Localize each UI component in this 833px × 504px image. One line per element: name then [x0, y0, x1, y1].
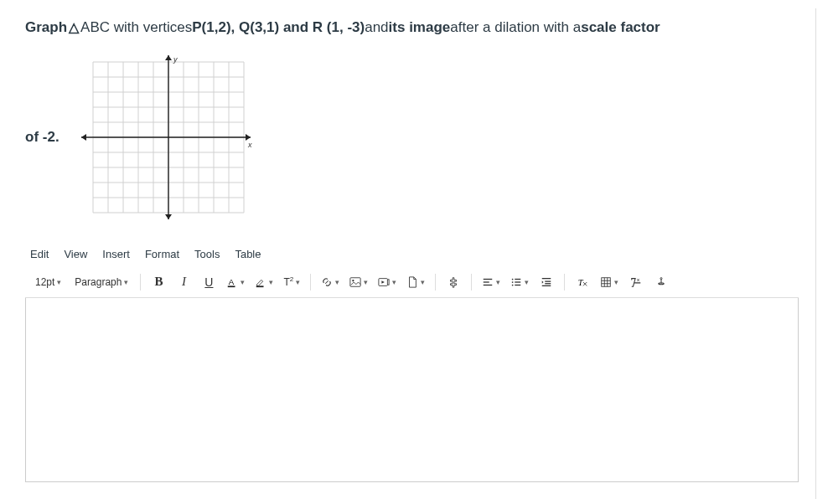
bold-button[interactable]: B	[147, 270, 169, 294]
separator	[140, 274, 141, 291]
separator	[310, 274, 311, 291]
blockformat-dropdown[interactable]: Paragraph▾	[70, 270, 133, 294]
bold-icon: B	[154, 275, 163, 289]
chevron-down-icon: ▾	[335, 278, 339, 286]
of-label: of -2.	[25, 129, 60, 146]
highlight-button[interactable]: ▾	[251, 270, 277, 294]
grid-svg: x y	[76, 54, 252, 221]
link-button[interactable]: ▾	[318, 270, 343, 294]
chevron-down-icon: ▾	[57, 278, 61, 286]
image-icon	[349, 276, 361, 288]
x-axis-label: x	[247, 141, 252, 149]
italic-button[interactable]: I	[173, 270, 194, 294]
fontsize-dropdown[interactable]: 12pt▾	[30, 270, 66, 294]
image-button[interactable]: ▾	[346, 270, 371, 294]
svg-text:x: x	[637, 276, 639, 282]
prompt-text: Graph △ ABC with vertices P(1,2), Q(3,1)…	[25, 17, 799, 39]
svg-rect-29	[228, 285, 235, 287]
svg-marker-25	[81, 134, 86, 141]
svg-point-32	[352, 280, 354, 281]
link-icon	[321, 276, 333, 288]
separator	[435, 274, 436, 291]
svg-marker-27	[165, 214, 172, 219]
chevron-down-icon: ▾	[421, 278, 425, 286]
triangle-symbol: △	[69, 18, 79, 38]
chevron-down-icon: ▾	[364, 278, 368, 286]
table-icon	[600, 276, 612, 288]
prompt-part-image: its image	[389, 17, 451, 39]
editor-toolbar: 12pt▾ Paragraph▾ B I U A▾ ▾ T2▾ ▾	[25, 267, 799, 298]
menu-edit[interactable]: Edit	[30, 248, 49, 260]
apps-button[interactable]	[442, 270, 464, 294]
equation-icon: x	[630, 276, 642, 288]
menu-tools[interactable]: Tools	[194, 248, 220, 260]
question-container: Graph △ ABC with vertices P(1,2), Q(3,1)…	[17, 8, 816, 499]
svg-rect-31	[350, 277, 360, 286]
rich-text-editor: Edit View Insert Format Tools Table 12pt…	[25, 246, 799, 482]
align-icon	[482, 276, 494, 288]
prompt-part-abc: ABC with vertices	[80, 17, 192, 39]
textcolor-button[interactable]: A▾	[223, 270, 248, 294]
chevron-down-icon: ▾	[525, 278, 529, 286]
menu-table[interactable]: Table	[235, 248, 261, 260]
menu-format[interactable]: Format	[145, 248, 179, 260]
italic-icon: I	[182, 275, 186, 289]
separator	[471, 274, 472, 291]
svg-point-39	[512, 284, 514, 285]
table-button[interactable]: ▾	[597, 270, 622, 294]
editor-menubar: Edit View Insert Format Tools Table	[25, 246, 799, 267]
menu-view[interactable]: View	[64, 248, 87, 260]
prompt-part-and: and	[365, 17, 388, 39]
align-button[interactable]: ▾	[479, 270, 504, 294]
svg-rect-50	[602, 277, 611, 286]
chevron-down-icon: ▾	[296, 278, 300, 286]
svg-point-56	[660, 277, 662, 279]
chevron-down-icon: ▾	[614, 278, 618, 286]
fontsize-label: 12pt	[35, 276, 54, 288]
y-axis-label: y	[173, 55, 178, 64]
embed-button[interactable]	[650, 270, 672, 294]
highlight-icon	[255, 276, 266, 288]
chevron-down-icon: ▾	[269, 278, 273, 286]
prompt-part-scale: scale factor	[581, 17, 660, 39]
editor-textarea[interactable]	[25, 298, 799, 482]
blockformat-label: Paragraph	[75, 276, 122, 288]
chevron-down-icon: ▾	[241, 278, 245, 286]
svg-text:T: T	[578, 277, 584, 286]
svg-marker-26	[165, 55, 172, 60]
media-button[interactable]: ▾	[375, 270, 400, 294]
document-button[interactable]: ▾	[403, 270, 428, 294]
svg-point-37	[512, 278, 514, 280]
svg-rect-30	[256, 285, 264, 287]
superscript-button[interactable]: T2▾	[280, 270, 303, 294]
underline-button[interactable]: U	[198, 270, 220, 294]
clear-format-icon: T	[577, 276, 588, 288]
prompt-part-after: after a dilation with a	[450, 17, 581, 39]
chevron-down-icon: ▾	[496, 278, 500, 286]
list-icon	[510, 276, 522, 288]
list-button[interactable]: ▾	[507, 270, 532, 294]
coordinate-grid: x y	[76, 54, 252, 221]
equation-button[interactable]: x	[625, 270, 647, 294]
chevron-down-icon: ▾	[392, 278, 396, 286]
indent-button[interactable]	[536, 270, 557, 294]
chevron-down-icon: ▾	[124, 278, 128, 286]
prompt-part-vertices: P(1,2), Q(3,1) and R (1, -3)	[192, 17, 365, 39]
separator	[564, 274, 565, 291]
prompt-line-2: of -2.	[25, 54, 799, 221]
svg-text:A: A	[229, 276, 235, 285]
plugin-icon	[448, 276, 459, 288]
underline-icon: U	[204, 275, 213, 289]
svg-marker-24	[246, 134, 251, 141]
indent-icon	[541, 276, 552, 288]
menu-insert[interactable]: Insert	[102, 248, 130, 260]
embed-icon	[655, 276, 667, 288]
clearformat-button[interactable]: T	[572, 270, 593, 294]
prompt-part-graph: Graph	[25, 17, 67, 39]
media-icon	[378, 276, 390, 288]
text-color-icon: A	[226, 276, 238, 288]
superscript-icon: T2	[283, 275, 293, 288]
svg-point-38	[512, 281, 514, 283]
document-icon	[406, 276, 418, 288]
